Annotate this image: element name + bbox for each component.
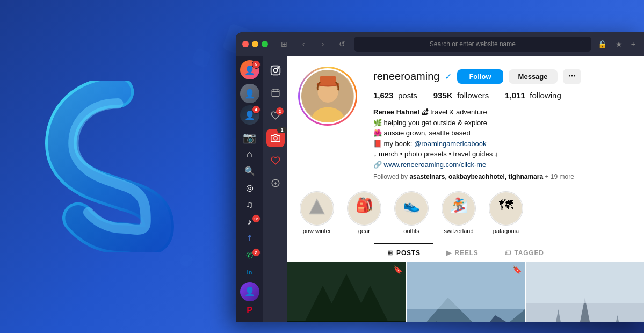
arc-logo — [32, 81, 204, 252]
toolbar-calendar-icon[interactable] — [266, 84, 285, 102]
book-link[interactable]: @roamingamericabook — [414, 140, 487, 148]
sidebar-item-avatar3[interactable]: 👤 4 — [239, 105, 261, 125]
highlight-gear[interactable]: 🎒 gear — [345, 191, 383, 234]
traffic-light-red[interactable] — [242, 41, 249, 47]
sidebar-item-search[interactable]: 🔍 — [239, 164, 261, 178]
highlight-label-gear: gear — [358, 228, 370, 234]
svg-rect-32 — [287, 321, 406, 322]
sidebar-item-linkedin[interactable]: in — [239, 265, 261, 279]
tagged-tab-icon: 🏷 — [504, 249, 511, 257]
bio-website: 🔗 www.reneeroaming.com/click-me — [373, 160, 633, 170]
back-button[interactable]: ‹ — [296, 37, 311, 52]
tab-posts[interactable]: ⊞ POSTS — [374, 243, 433, 262]
forward-button[interactable]: › — [315, 37, 330, 52]
sidebar-item-tiktok[interactable]: ♪ 12 — [239, 214, 261, 229]
toolbar-heart-icon[interactable]: 2 — [266, 106, 285, 125]
highlight-circle-switzerland: 🏂 — [442, 191, 476, 226]
sidebar-item-avatar4[interactable]: 👤 — [239, 282, 261, 301]
followed-accounts[interactable]: asasteinars, oakbaybeachhotel, tighnamar… — [409, 173, 543, 180]
photo-grid: 🔖 🔖 — [287, 262, 644, 322]
sidebar-item-spotify[interactable]: ♫ — [239, 198, 261, 212]
address-bar-text: Search or enter website name — [430, 40, 516, 48]
tab-reels[interactable]: ▶ REELS — [433, 243, 491, 262]
sidebar-item-instagram[interactable]: 📷 — [239, 130, 261, 144]
grid-item-1[interactable]: 🔖 — [287, 262, 406, 322]
svg-point-7 — [274, 137, 277, 140]
icon-toolbar: 2 1 — [264, 56, 287, 322]
refresh-button[interactable]: ↺ — [335, 37, 350, 52]
svg-rect-36 — [407, 262, 525, 309]
toolbar-instagram-icon[interactable] — [266, 61, 285, 79]
sidebar-item-avatar2[interactable]: 👤 — [239, 84, 261, 103]
bio-line2: 🌺 aussie grown, seattle based — [373, 128, 633, 139]
camera-badge: 1 — [277, 127, 287, 133]
traffic-light-yellow[interactable] — [252, 41, 258, 47]
highlight-switzerland[interactable]: 🏂 switzerland — [440, 191, 477, 234]
badge-2: 2 — [252, 248, 261, 257]
star-icon[interactable]: ★ — [613, 38, 625, 50]
svg-text:🗺: 🗺 — [499, 197, 513, 213]
browser-window: ⊞ ‹ › ↺ Search or enter website name 🔒 ★… — [236, 32, 644, 322]
following-label: following — [530, 91, 561, 100]
tab-tagged[interactable]: 🏷 TAGGED — [491, 243, 557, 262]
follow-button[interactable]: Follow — [457, 69, 503, 84]
highlight-pnw-winter[interactable]: pnw winter — [298, 191, 336, 234]
sidebar-item-compass[interactable]: ◎ — [239, 180, 261, 195]
profile-header: reneeroaming ✓ Follow Message — [287, 56, 644, 186]
svg-point-2 — [278, 68, 279, 69]
highlights-section: pnw winter 🎒 gear — [287, 186, 644, 243]
grid-item-2[interactable]: 🔖 — [407, 262, 525, 322]
bio-title: 🏕 travel & adventure — [422, 108, 487, 116]
highlight-circle-patagonia: 🗺 — [489, 191, 523, 226]
right-panel: 2 1 — [264, 56, 644, 322]
sidebar-item-pinterest[interactable]: P — [239, 303, 261, 318]
posts-label: posts — [398, 91, 417, 100]
traffic-light-green[interactable] — [262, 41, 268, 47]
sidebar-toggle-button[interactable]: ⊞ — [277, 37, 292, 52]
toolbar-plus-icon[interactable] — [266, 174, 285, 192]
profile-username: reneeroaming — [373, 70, 439, 83]
profile-bio: Renee Hahnel 🏕 travel & adventure 🌿 help… — [373, 107, 633, 170]
tagged-tab-label: TAGGED — [514, 249, 544, 257]
highlight-label-switzerland: switzerland — [444, 228, 473, 234]
avatar-photo — [301, 70, 354, 122]
add-tab-button[interactable]: + — [629, 38, 638, 50]
sidebar-item-facebook[interactable]: f — [239, 231, 261, 245]
svg-text:🎒: 🎒 — [356, 197, 373, 214]
lock-icon: 🔒 — [596, 38, 609, 50]
traffic-lights — [242, 41, 268, 47]
sidebar-item-home[interactable]: ⌂ — [239, 147, 261, 161]
social-sidebar: 👤 5 👤 👤 4 📷 ⌂ 🔍 — [236, 56, 264, 322]
highlight-patagonia[interactable]: 🗺 patagonia — [487, 191, 525, 234]
badge-12: 12 — [252, 214, 261, 223]
heart-badge: 2 — [276, 107, 284, 115]
verified-icon: ✓ — [445, 71, 452, 82]
sidebar-item-whatsapp[interactable]: ✆ 2 — [239, 248, 261, 263]
svg-rect-15 — [320, 76, 336, 85]
following-count: 1,011 — [505, 91, 525, 100]
profile-tabs: ⊞ POSTS ▶ REELS 🏷 TAGGED — [287, 243, 644, 262]
svg-point-1 — [273, 68, 278, 73]
more-button[interactable] — [563, 69, 581, 84]
grid-item-3[interactable] — [526, 262, 644, 322]
posts-count: 1,623 — [373, 91, 394, 100]
bio-line3: 📕 my book: @roamingamericabook — [373, 139, 633, 149]
followers-stat: 935K followers — [433, 91, 489, 100]
toolbar-camera-icon[interactable]: 1 — [266, 129, 285, 147]
highlight-circle-gear: 🎒 — [347, 191, 381, 226]
toolbar-heart-outline-icon[interactable] — [266, 151, 285, 170]
posts-stat: 1,623 posts — [373, 91, 417, 100]
highlight-outfits[interactable]: 👟 outfits — [393, 191, 430, 234]
address-bar[interactable]: Search or enter website name — [354, 37, 591, 52]
message-button[interactable]: Message — [509, 69, 558, 84]
highlight-circle-pnw — [300, 191, 334, 226]
sidebar-item-avatar1[interactable]: 👤 5 — [239, 60, 261, 79]
bookmark-icon-1: 🔖 — [393, 265, 402, 274]
followed-more: + 19 more — [545, 173, 574, 180]
browser-chrome: ⊞ ‹ › ↺ Search or enter website name 🔒 ★… — [236, 32, 644, 56]
badge-5: 5 — [252, 60, 261, 69]
profile-avatar — [298, 67, 357, 126]
website-link[interactable]: 🔗 www.reneeroaming.com/click-me — [373, 161, 486, 169]
reels-tab-icon: ▶ — [446, 249, 452, 257]
bio-line4: ↓ merch • photo presets • travel guides … — [373, 149, 633, 160]
